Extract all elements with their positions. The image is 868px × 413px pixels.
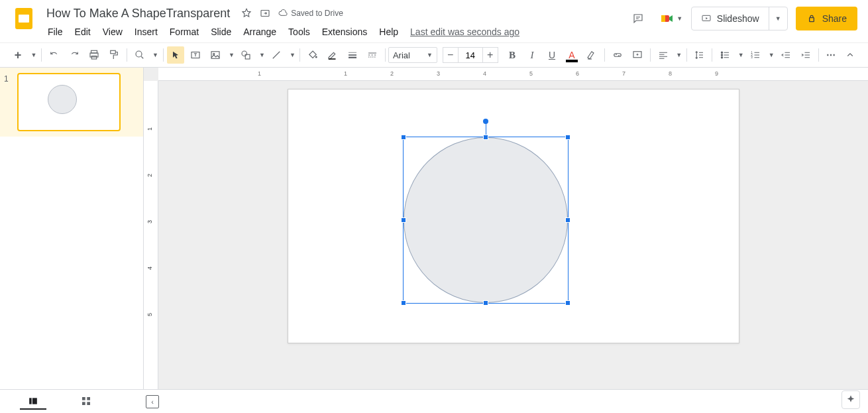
- resize-handle-se[interactable]: [565, 300, 570, 306]
- separator: [127, 48, 127, 62]
- svg-rect-29: [87, 397, 90, 400]
- resize-handle-e[interactable]: [565, 217, 570, 223]
- resize-handle-sw[interactable]: [401, 300, 406, 306]
- more-button[interactable]: ⋯: [823, 46, 840, 64]
- star-icon[interactable]: [241, 7, 252, 19]
- resize-handle-ne[interactable]: [565, 135, 570, 140]
- underline-button[interactable]: U: [543, 46, 561, 64]
- slide-canvas[interactable]: [288, 89, 739, 343]
- menu-tools[interactable]: Tools: [283, 24, 315, 40]
- svg-rect-31: [87, 402, 90, 405]
- resize-handle-n[interactable]: [483, 135, 488, 140]
- ruler-h-tick: 1: [258, 70, 261, 77]
- undo-button[interactable]: [46, 46, 63, 64]
- menu-slide[interactable]: Slide: [205, 24, 237, 40]
- separator: [818, 48, 819, 62]
- comments-button[interactable]: [625, 5, 651, 32]
- paint-format-button[interactable]: [105, 46, 123, 64]
- resize-handle-w[interactable]: [401, 217, 406, 223]
- menu-insert[interactable]: Insert: [129, 24, 163, 40]
- move-icon[interactable]: [259, 7, 271, 19]
- image-dropdown[interactable]: ▼: [227, 46, 235, 64]
- menu-extensions[interactable]: Extensions: [317, 24, 372, 40]
- font-size-input[interactable]: [459, 47, 482, 63]
- font-size-decrease[interactable]: −: [443, 47, 459, 63]
- collapse-toolbar-button[interactable]: [841, 46, 859, 64]
- align-dropdown[interactable]: ▼: [675, 46, 682, 64]
- cloud-status[interactable]: Saved to Drive: [278, 8, 343, 19]
- font-family-select[interactable]: Arial ▼: [388, 47, 437, 63]
- highlight-button[interactable]: [583, 46, 600, 64]
- ruler-h-tick: 9: [715, 70, 718, 77]
- print-button[interactable]: [85, 46, 103, 64]
- zoom-button[interactable]: [131, 46, 148, 64]
- menu-edit[interactable]: Edit: [70, 24, 96, 40]
- new-slide-button[interactable]: +: [9, 46, 27, 64]
- share-button[interactable]: Share: [796, 7, 857, 30]
- resize-handle-nw[interactable]: [401, 135, 406, 140]
- redo-button[interactable]: [66, 46, 83, 64]
- line-dropdown[interactable]: ▼: [288, 46, 296, 64]
- outdent-button[interactable]: [777, 46, 794, 64]
- resize-handle-s[interactable]: [483, 300, 488, 306]
- menu-help[interactable]: Help: [374, 24, 404, 40]
- svg-point-22: [722, 57, 723, 58]
- border-color-button[interactable]: [324, 46, 341, 64]
- indent-button[interactable]: [797, 46, 814, 64]
- shape-tool[interactable]: [237, 46, 254, 64]
- shape-ellipse[interactable]: [404, 137, 568, 303]
- thumb-preview[interactable]: [17, 73, 121, 131]
- chevron-down-icon: ▼: [775, 15, 781, 22]
- slideshow-button[interactable]: Slideshow: [692, 7, 769, 30]
- italic-button[interactable]: I: [523, 46, 541, 64]
- grid-view-button[interactable]: [73, 394, 99, 410]
- zoom-dropdown[interactable]: ▼: [151, 46, 159, 64]
- explore-button[interactable]: [841, 390, 860, 409]
- document-title[interactable]: How To Make A ShapeTransparent: [42, 5, 234, 22]
- border-dash-button[interactable]: [364, 46, 381, 64]
- new-slide-dropdown[interactable]: ▼: [29, 46, 37, 64]
- slideshow-dropdown[interactable]: ▼: [769, 7, 787, 30]
- svg-rect-30: [82, 402, 85, 405]
- rotation-handle[interactable]: [483, 119, 488, 124]
- numbered-list-button[interactable]: 123: [747, 46, 764, 64]
- ruler-vertical[interactable]: 1 2 3 4 5: [144, 81, 158, 389]
- image-tool[interactable]: [207, 46, 224, 64]
- canvas-area[interactable]: 1 1 2 3 4 5 6 7 8 9 1 2 3 4 5: [144, 68, 868, 389]
- last-edit-link[interactable]: Last edit was seconds ago: [405, 24, 525, 40]
- insert-comment-button[interactable]: [629, 46, 646, 64]
- fill-color-button[interactable]: [304, 46, 321, 64]
- meet-button[interactable]: ▼: [659, 7, 683, 30]
- footer: ‹: [0, 389, 868, 413]
- font-size-increase[interactable]: +: [482, 47, 498, 63]
- line-tool[interactable]: [268, 46, 285, 64]
- slide-thumb-1[interactable]: 1: [0, 68, 143, 137]
- filmstrip[interactable]: 1: [0, 68, 144, 389]
- bold-button[interactable]: B: [504, 46, 521, 64]
- ruler-v-tick: 4: [146, 266, 153, 270]
- ruler-horizontal[interactable]: 1 1 2 3 4 5 6 7 8 9: [158, 68, 868, 81]
- align-button[interactable]: [655, 46, 672, 64]
- menu-arrange[interactable]: Arrange: [238, 24, 282, 40]
- bulleted-list-button[interactable]: [716, 46, 733, 64]
- menu-format[interactable]: Format: [164, 24, 204, 40]
- separator: [299, 48, 300, 62]
- text-color-button[interactable]: A: [563, 46, 580, 64]
- numbered-list-dropdown[interactable]: ▼: [767, 46, 775, 64]
- menu-file[interactable]: File: [42, 24, 68, 40]
- thumb-number: 1: [4, 73, 17, 131]
- filmstrip-view-button[interactable]: [20, 394, 46, 410]
- svg-rect-28: [82, 397, 85, 400]
- menu-view[interactable]: View: [97, 24, 128, 40]
- svg-rect-4: [661, 15, 665, 22]
- insert-link-button[interactable]: [609, 46, 626, 64]
- line-spacing-button[interactable]: [690, 46, 708, 64]
- collapse-filmstrip-button[interactable]: ‹: [146, 395, 159, 408]
- shape-dropdown[interactable]: ▼: [257, 46, 265, 64]
- textbox-tool[interactable]: [187, 46, 204, 64]
- slides-logo[interactable]: [11, 5, 37, 32]
- selection-box[interactable]: [403, 137, 569, 304]
- border-weight-button[interactable]: [344, 46, 361, 64]
- bulleted-list-dropdown[interactable]: ▼: [736, 46, 744, 64]
- select-tool[interactable]: [167, 46, 184, 64]
